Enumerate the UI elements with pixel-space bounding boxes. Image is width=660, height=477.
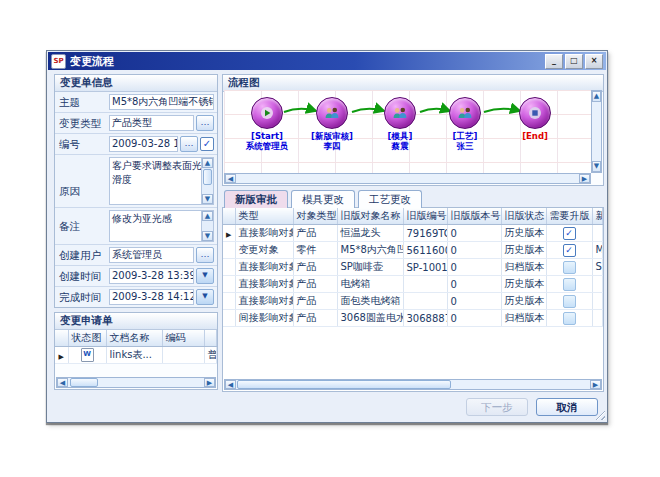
reason-textarea[interactable]: 客户要求调整表面光滑度 ▲ ▼ (109, 157, 214, 205)
node-step-label: [Start] (235, 131, 299, 141)
flow-hscrollbar[interactable]: ◀ ▶ (224, 173, 591, 184)
minimize-button[interactable]: _ (545, 54, 563, 69)
create-time-label: 创建时间 (55, 266, 109, 286)
end-node-icon (519, 97, 551, 129)
change-type-input[interactable]: 产品类型 (109, 115, 194, 131)
request-col-status[interactable]: 状态图 (68, 330, 106, 347)
impact-table-container: 类型 对象类型 旧版对象名称 旧版编号 旧版版本号 旧版状态 需要升版 新版 ▶… (222, 207, 604, 392)
scroll-down-icon[interactable]: ▼ (202, 194, 213, 204)
reason-row: 原因 客户要求调整表面光滑度 ▲ ▼ (55, 155, 217, 208)
node-person-label: 系统管理员 (235, 141, 299, 151)
flow-node-end[interactable]: [End] (503, 97, 567, 141)
request-table: 状态图 文档名称 编码 ▶ links表... 普通 (55, 330, 217, 364)
node-step-label: [End] (503, 131, 567, 141)
impact-row[interactable]: 变更对象零件 M5*8内六角凹...5611600 0历史版本 ✓ M5*8内六… (223, 242, 603, 259)
finish-time-label: 完成时间 (55, 287, 109, 307)
create-time-row: 创建时间 2009-3-28 13:39:01 ▼ (55, 266, 217, 287)
close-button[interactable]: × (585, 54, 603, 69)
change-type-row: 变更类型 产品类型 … (55, 113, 217, 134)
impact-row[interactable]: 直接影响对象产品 SP咖啡壶SP-1001 0归档版本 ✓ SP咖啡壶 (223, 259, 603, 276)
reason-scrollbar[interactable]: ▲ ▼ (201, 158, 213, 204)
flow-node-craft[interactable]: [工艺] 张三 (433, 97, 497, 151)
node-step-label: [新版审核] (300, 131, 364, 141)
row-selector-icon: ▶ (59, 353, 64, 361)
change-type-browse-button[interactable]: … (196, 115, 214, 131)
upgrade-checkbox[interactable]: ✓ (563, 244, 576, 257)
col-selector[interactable] (223, 208, 235, 225)
impact-row[interactable]: 直接影响对象产品 电烤箱 0历史版本 ✓ (223, 276, 603, 293)
scroll-right-icon[interactable]: ▶ (204, 378, 215, 387)
row-selector-icon: ▶ (226, 231, 231, 239)
col-old-version[interactable]: 旧版版本号 (447, 208, 501, 225)
impact-row[interactable]: 间接影响对象产品 3068圆盖电水壶3068887 0归档版本 ✓ (223, 310, 603, 327)
creator-browse-button[interactable]: … (196, 247, 214, 263)
subject-input[interactable]: M5*8内六角凹端不锈钢紧固螺钉 (109, 94, 214, 110)
next-step-button[interactable]: 下一步 (466, 398, 528, 416)
finish-time-input[interactable]: 2009-3-28 14:12:50 (109, 289, 194, 305)
flow-node-review[interactable]: [新版审核] 李四 (300, 97, 364, 151)
flow-node-mold[interactable]: [模具] 蔡震 (368, 97, 432, 151)
col-need-upgrade[interactable]: 需要升版 (546, 208, 592, 225)
maximize-button[interactable]: □ (565, 54, 583, 69)
request-col-extra[interactable] (204, 330, 217, 347)
request-panel-header: 变更申请单 (55, 313, 217, 330)
scroll-left-icon[interactable]: ◀ (57, 378, 68, 387)
scroll-left-icon[interactable]: ◀ (225, 174, 236, 183)
scroll-down-icon[interactable]: ▼ (202, 231, 213, 241)
cancel-button[interactable]: 取消 (536, 398, 598, 416)
scroll-up-icon[interactable]: ▲ (202, 158, 213, 168)
flow-node-start[interactable]: [Start] 系统管理员 (235, 97, 299, 151)
create-time-input[interactable]: 2009-3-28 13:39:01 (109, 268, 194, 284)
word-doc-icon (81, 348, 94, 362)
scroll-up-icon[interactable]: ▲ (592, 91, 601, 102)
doc-name-cell: links表... (106, 347, 162, 364)
upgrade-checkbox[interactable]: ✓ (563, 261, 576, 274)
number-checkbox[interactable]: ✓ (200, 137, 214, 151)
col-old-name[interactable]: 旧版对象名称 (337, 208, 403, 225)
request-table-hscrollbar[interactable]: ◀ ▶ (56, 377, 216, 388)
number-row: 编号 2009-03-28 13:39:01 … ✓ (55, 134, 217, 155)
create-time-dropdown[interactable]: ▼ (196, 268, 214, 284)
col-type[interactable]: 类型 (235, 208, 293, 225)
change-request-panel: 变更申请单 状态图 文档名称 编码 ▶ links表... (54, 312, 218, 390)
upgrade-checkbox[interactable]: ✓ (563, 278, 576, 291)
number-input[interactable]: 2009-03-28 13:39:01 (109, 136, 178, 152)
scroll-right-icon[interactable]: ▶ (579, 174, 590, 183)
doc-code-cell (162, 347, 204, 364)
request-col-selector[interactable] (55, 330, 68, 347)
creator-row: 创建用户 系统管理员 … (55, 245, 217, 266)
reason-label: 原因 (55, 155, 109, 207)
request-table-row[interactable]: ▶ links表... 普通 (55, 347, 217, 364)
scroll-up-icon[interactable]: ▲ (202, 211, 213, 221)
flow-vscrollbar[interactable]: ▲ ▼ (591, 90, 602, 173)
impact-row[interactable]: 直接影响对象产品 面包类电烤箱 0历史版本 ✓ (223, 293, 603, 310)
impact-section: 新版审批 模具更改 工艺更改 类型 对象类型 旧版对象名称 旧版编号 旧版版本号 (222, 190, 604, 392)
titlebar[interactable]: SP 变更流程 _ □ × (48, 52, 606, 70)
request-col-docname[interactable]: 文档名称 (106, 330, 162, 347)
upgrade-checkbox[interactable]: ✓ (563, 227, 576, 240)
remark-textarea[interactable]: 修改为亚光感 ▲ ▼ (109, 210, 214, 242)
tab-new-version-approval[interactable]: 新版审批 (224, 190, 288, 208)
scroll-right-icon[interactable]: ▶ (590, 380, 601, 389)
tab-mold-change[interactable]: 模具更改 (291, 190, 355, 208)
upgrade-checkbox[interactable]: ✓ (563, 312, 576, 325)
impact-row[interactable]: ▶ 直接影响对象产品 恒温龙头79169TC 0历史版本 ✓ (223, 225, 603, 242)
finish-time-dropdown[interactable]: ▼ (196, 289, 214, 305)
scroll-left-icon[interactable]: ◀ (225, 380, 236, 389)
request-col-code[interactable]: 编码 (162, 330, 204, 347)
creator-label: 创建用户 (55, 245, 109, 265)
col-new-name[interactable]: 新版 (592, 208, 603, 225)
number-label: 编号 (55, 134, 109, 154)
tab-craft-change[interactable]: 工艺更改 (358, 190, 422, 208)
col-old-code[interactable]: 旧版编号 (403, 208, 447, 225)
remark-scrollbar[interactable]: ▲ ▼ (201, 211, 213, 241)
col-object-type[interactable]: 对象类型 (293, 208, 337, 225)
creator-input[interactable]: 系统管理员 (109, 247, 194, 263)
upgrade-checkbox[interactable]: ✓ (563, 295, 576, 308)
scroll-down-icon[interactable]: ▼ (592, 161, 601, 172)
col-old-status[interactable]: 旧版状态 (501, 208, 546, 225)
impact-table: 类型 对象类型 旧版对象名称 旧版编号 旧版版本号 旧版状态 需要升版 新版 ▶… (223, 208, 603, 327)
flow-canvas[interactable]: [Start] 系统管理员 [新版审核] 李四 (224, 90, 591, 173)
impact-table-hscrollbar[interactable]: ◀ ▶ (224, 379, 602, 390)
number-browse-button[interactable]: … (180, 136, 198, 152)
